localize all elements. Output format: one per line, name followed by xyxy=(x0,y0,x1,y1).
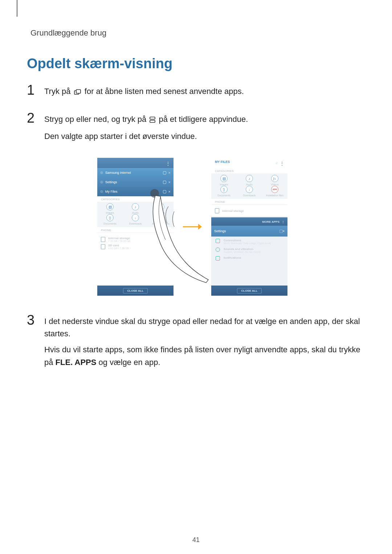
apk-icon: APK xyxy=(271,186,278,193)
text: Samsung Internet xyxy=(105,171,131,175)
margin-rule xyxy=(17,0,17,17)
notifications-icon xyxy=(216,256,220,260)
app-icon xyxy=(100,190,103,193)
step-3: 3 I det nederste vindue skal du stryge o… xyxy=(27,313,363,372)
svg-rect-3 xyxy=(150,120,155,123)
title: MY FILES xyxy=(215,160,230,164)
label: Downloads xyxy=(243,194,256,197)
downloads-icon: ↓ xyxy=(246,186,253,193)
text: Stryg op eller ned, og tryk på xyxy=(44,115,148,124)
step-1: 1 Tryk på for at åbne listen med senest … xyxy=(27,83,363,102)
close-all-button: CLOSE ALL xyxy=(237,288,261,294)
images-icon: ▧ xyxy=(106,203,114,210)
more-icon: ⋮ xyxy=(282,220,285,223)
text: 7.35 GB / 16.00 GB xyxy=(108,240,130,242)
text: Internal storage xyxy=(108,237,130,240)
label: Documents xyxy=(217,194,230,197)
close-all-button: CLOSE ALL xyxy=(123,288,147,294)
more-apps-label: MORE APPS xyxy=(262,220,279,223)
close-icon: × xyxy=(168,189,171,194)
text: Notifications xyxy=(224,256,241,259)
documents-icon: ▯ xyxy=(106,214,114,221)
audio-icon: ♪ xyxy=(132,203,139,210)
text: Settings xyxy=(105,180,117,184)
label: Images xyxy=(106,212,114,214)
storage-icon xyxy=(215,208,219,213)
videos-icon: ▷ xyxy=(271,175,278,182)
mock-phone-right: MY FILES ⌕ ⋮ CATEGORIES ▧Images ♪Audio ▷… xyxy=(211,158,287,296)
label: CATEGORIES xyxy=(211,168,287,173)
apk-icon: APK xyxy=(157,214,164,221)
app-icon xyxy=(100,171,103,174)
arrow-right-icon xyxy=(182,223,203,231)
label: Videos xyxy=(157,212,164,214)
label: Audio xyxy=(132,212,139,214)
figure: ⋮ Samsung Internet× Settings× My Files× … xyxy=(22,158,363,296)
text-bold: FLE. APPS xyxy=(56,358,97,367)
more-icon: ⋮ xyxy=(166,161,171,167)
step-number: 2 xyxy=(27,111,36,146)
search-icon: ⌕ xyxy=(275,160,278,165)
label: Images xyxy=(220,183,228,186)
svg-rect-1 xyxy=(76,90,81,93)
split-icon xyxy=(163,190,166,193)
text: My Files xyxy=(105,190,118,193)
recent-apps-icon xyxy=(74,86,82,99)
split-icon xyxy=(163,171,166,175)
text: for at åbne listen med senest anvendte a… xyxy=(85,87,244,96)
text: SD card xyxy=(108,244,129,247)
text: Den valgte app starter i det øverste vin… xyxy=(44,130,248,143)
text: Wi-Fi, Bluetooth, Data usage, Flight mod… xyxy=(224,242,271,245)
text: Settings xyxy=(214,229,226,233)
split-screen-icon xyxy=(149,114,156,127)
label: PHONE xyxy=(211,199,287,204)
close-icon: × xyxy=(168,171,171,175)
split-icon xyxy=(163,181,166,184)
section-header: Grundlæggende brug xyxy=(30,28,363,38)
page-number: 41 xyxy=(0,536,392,544)
split-icon xyxy=(279,230,283,233)
connections-icon xyxy=(216,239,220,243)
audio-icon: ♪ xyxy=(246,175,253,182)
close-icon: × xyxy=(283,229,285,233)
storage-icon xyxy=(101,237,105,242)
label: PHONE xyxy=(97,227,173,233)
mock-phone-left: ⋮ Samsung Internet× Settings× My Files× … xyxy=(97,158,173,296)
page-title: Opdelt skærm-visning xyxy=(27,56,363,71)
text: 4.91 GB / 7.39 GB xyxy=(108,247,129,250)
app-icon xyxy=(100,181,103,184)
text: I det nederste vindue skal du stryge opa… xyxy=(44,315,363,340)
text: Tryk på xyxy=(44,87,73,96)
svg-rect-2 xyxy=(150,117,155,119)
downloads-icon: ↓ xyxy=(132,214,139,221)
videos-icon: ▷ xyxy=(157,203,164,210)
text: Sounds and vibration xyxy=(224,247,261,251)
close-icon: × xyxy=(168,180,171,184)
text: og vælge en app. xyxy=(96,358,160,367)
label: Installation files xyxy=(266,194,283,197)
sdcard-icon xyxy=(101,244,105,249)
label: CATEGORIES xyxy=(97,196,173,202)
text: på et tidligere appvindue. xyxy=(159,115,248,124)
documents-icon: ▯ xyxy=(220,186,228,193)
step-number: 3 xyxy=(27,313,36,372)
images-icon: ▧ xyxy=(220,175,228,182)
step-number: 1 xyxy=(27,83,36,102)
text: Internal storage xyxy=(222,209,244,213)
label: Videos xyxy=(271,183,278,186)
label: Audio xyxy=(246,183,253,186)
sound-icon xyxy=(216,247,220,252)
text: Connections xyxy=(224,239,271,242)
label: Documents xyxy=(103,222,116,225)
step-2: 2 Stryg op eller ned, og tryk på på et t… xyxy=(27,111,363,146)
text: Sounds, Vibration, Do not disturb xyxy=(224,251,261,253)
label: Downloads xyxy=(129,222,142,225)
label: Installation files xyxy=(152,222,170,225)
more-icon: ⋮ xyxy=(279,161,285,167)
